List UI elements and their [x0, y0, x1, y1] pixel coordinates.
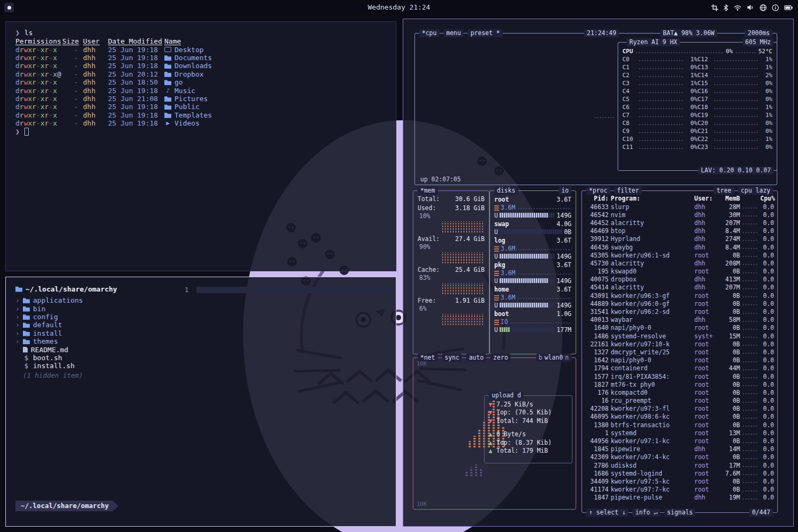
- process-row-45730[interactable]: 45730alacrittydhh208M0.0: [585, 259, 774, 267]
- process-row-1794[interactable]: 1794containerdroot44M0.0: [585, 364, 774, 372]
- process-row-40013[interactable]: 40013waybardhh58M0.0: [585, 316, 774, 324]
- column-mem[interactable]: MemB: [720, 195, 740, 202]
- process-cpu-meter: [742, 495, 758, 501]
- process-row-195[interactable]: 195kswapd0root0B0.0: [585, 268, 774, 276]
- process-row-1642[interactable]: 1642napi/phy0-0root0B0.0: [585, 356, 774, 364]
- process-row-1845[interactable]: 1845pipewiredhh14M0.0: [585, 445, 774, 453]
- core-label: C18: [697, 104, 712, 111]
- process-mem: 0B: [720, 373, 740, 380]
- prev-iface-key[interactable]: b: [539, 354, 543, 362]
- next-iface-key[interactable]: n: [565, 354, 569, 362]
- process-row-1327[interactable]: 1327dmcrypt_write/25root0B0.0: [585, 348, 774, 356]
- process-row-42208[interactable]: 42208kworker/u97:3-flroot0B0.0: [585, 405, 774, 413]
- menu-button[interactable]: menu: [444, 29, 464, 37]
- upload-speed-row: ▲0 Byte/s: [488, 430, 569, 439]
- process-row-1486[interactable]: 1486systemd-resolvesyst+15M0.0: [585, 332, 774, 340]
- column-pid[interactable]: Pid:: [585, 195, 609, 202]
- info-key[interactable]: info ↵: [633, 509, 660, 517]
- process-row-43091[interactable]: 43091kworker/u96:3-gfroot0B0.0: [585, 292, 774, 300]
- chevron-icon: ›: [15, 305, 23, 313]
- net-detail-title[interactable]: upload d: [489, 392, 523, 400]
- process-row-1686[interactable]: 1686systemd-logindroot7.6M0.0: [585, 469, 774, 477]
- process-cpu-meter: [742, 220, 758, 226]
- globe-icon[interactable]: [760, 4, 767, 11]
- fm-entry-install.sh[interactable]: $install.sh: [15, 362, 396, 370]
- process-row-42309[interactable]: 42309kworker/u97:4-kcroot0B0.0: [585, 453, 774, 461]
- info-icon[interactable]: [772, 4, 779, 11]
- fm-entry-themes[interactable]: ›themes: [15, 337, 396, 345]
- process-row-1[interactable]: 1systemdroot13M0.0: [585, 429, 774, 437]
- battery-icon[interactable]: [784, 5, 793, 10]
- process-pid: 42208: [585, 405, 609, 412]
- process-row-16[interactable]: 16rcu_preemptroot0B0.0: [585, 397, 774, 405]
- process-user: root: [694, 429, 718, 437]
- disk-used-value: 177M: [556, 326, 571, 334]
- process-row-46469[interactable]: 46469btopdhh8.4M0.0: [585, 227, 774, 235]
- core-meter: [638, 128, 683, 134]
- process-row-46436[interactable]: 46436swaybgdhh8.4M0.0: [585, 243, 774, 251]
- terminal-window[interactable]: ❯ ls Permissions Size User Date Modified…: [5, 21, 396, 271]
- process-row-2786[interactable]: 2786udisksdroot17M0.0: [585, 461, 774, 469]
- process-row-1827[interactable]: 1827mt76-tx phy0root0B0.0: [585, 380, 774, 388]
- fm-entry-bin[interactable]: ›bin: [15, 304, 396, 312]
- fm-entry-install[interactable]: ›install: [15, 329, 396, 337]
- proc-header[interactable]: Pid: Program: User: MemB Cpu%: [585, 194, 774, 203]
- tab-proc[interactable]: *proc: [586, 187, 610, 195]
- process-row-1577[interactable]: 1577irq/81-PIXA3854:root0B0.0: [585, 372, 774, 380]
- process-row-1640[interactable]: 1640napi/phy0-0root0B0.0: [585, 324, 774, 332]
- tab-cpu[interactable]: *cpu: [419, 29, 439, 37]
- process-row-44956[interactable]: 44956kworker/u97:1-kcroot0B0.0: [585, 437, 774, 445]
- btop-window[interactable]: *cpu menu preset * 21:24:49 BAT▲ 98% 3.0…: [403, 19, 794, 527]
- select-keys[interactable]: ↑ select ↓: [586, 509, 628, 517]
- process-row-176[interactable]: 176kcompactd0root0B0.0: [585, 388, 774, 396]
- column-user[interactable]: User:: [694, 195, 718, 202]
- process-row-46095[interactable]: 46095kworker/u98:6-kcroot0B0.0: [585, 413, 774, 421]
- tree-button[interactable]: tree: [714, 187, 734, 195]
- io-toggle[interactable]: io: [559, 187, 571, 195]
- file-manager-window[interactable]: ~/.local/share/omarchy 1 ›applications›b…: [5, 277, 396, 527]
- net-sync-button[interactable]: sync: [442, 354, 462, 362]
- process-row-1847[interactable]: 1847pipewire-pulsedhh19M0.0: [585, 494, 774, 502]
- preset-button[interactable]: preset *: [468, 29, 502, 37]
- text: d: [15, 70, 20, 78]
- disk-used-value: 149G: [556, 253, 571, 260]
- process-row-46633[interactable]: 46633slurpdhh28M0.0: [585, 203, 774, 211]
- fm-entry-applications[interactable]: ›applications: [15, 296, 396, 304]
- clock[interactable]: Wednesday 21:24: [0, 0, 798, 15]
- process-row-22161[interactable]: 22161kworker/u97:10-kroot0B0.0: [585, 340, 774, 348]
- net-zero-button[interactable]: zero: [491, 354, 511, 362]
- wifi-icon[interactable]: [734, 5, 742, 11]
- process-row-31541[interactable]: 31541kworker/u96:2-sdroot0B0.0: [585, 307, 774, 315]
- column-program[interactable]: Program:: [611, 195, 692, 202]
- fm-entry-boot.sh[interactable]: $boot.sh: [15, 354, 396, 362]
- fm-entry-README.md[interactable]: README.md: [15, 345, 396, 353]
- process-row-41174[interactable]: 41174kworker/u97:7-kcroot0B0.0: [585, 486, 774, 494]
- core-meter: [638, 104, 683, 110]
- text: x: [53, 62, 57, 70]
- column-cpu[interactable]: Cpu%: [760, 195, 774, 202]
- net-interface[interactable]: b wlan0 n: [536, 354, 572, 362]
- prompt-line-empty[interactable]: ❯: [15, 127, 396, 136]
- process-name: systemd-resolve: [611, 332, 692, 340]
- process-row-46542[interactable]: 46542nvimdhh30M0.0: [585, 211, 774, 219]
- process-row-1380[interactable]: 1380btrfs-transactioroot0B0.0: [585, 421, 774, 429]
- signals-key[interactable]: signals: [664, 509, 695, 517]
- process-row-34409[interactable]: 34409kworker/u97:5-kcroot0B0.0: [585, 477, 774, 485]
- process-row-44889[interactable]: 44889kworker/u96:0-gfroot0B0.0: [585, 300, 774, 307]
- process-row-45414[interactable]: 45414alacrittydhh207M0.0: [585, 284, 774, 292]
- bluetooth-icon[interactable]: [724, 4, 728, 11]
- fm-entry-config[interactable]: ›config: [15, 313, 396, 321]
- net-auto-button[interactable]: auto: [466, 354, 486, 362]
- sort-selector[interactable]: cpu lazy: [738, 187, 773, 195]
- process-row-46452[interactable]: 46452alacrittydhh207M0.0: [585, 219, 774, 227]
- process-row-40075[interactable]: 40075dropboxdhh413M0.0: [585, 276, 774, 284]
- process-row-45305[interactable]: 45305kworker/u96:1-sdroot0B0.0: [585, 251, 774, 259]
- fm-entry-default[interactable]: ›default: [15, 321, 396, 329]
- filter-button[interactable]: filter: [614, 187, 642, 195]
- screenshot-icon[interactable]: [711, 4, 718, 11]
- process-cpu-meter: [742, 260, 758, 266]
- refresh-interval[interactable]: 2000ms: [745, 29, 772, 37]
- process-row-39912[interactable]: 39912Hyprlanddhh274M0.0: [585, 235, 774, 243]
- volume-icon[interactable]: [747, 4, 754, 11]
- tab-mem[interactable]: *mem: [418, 187, 438, 195]
